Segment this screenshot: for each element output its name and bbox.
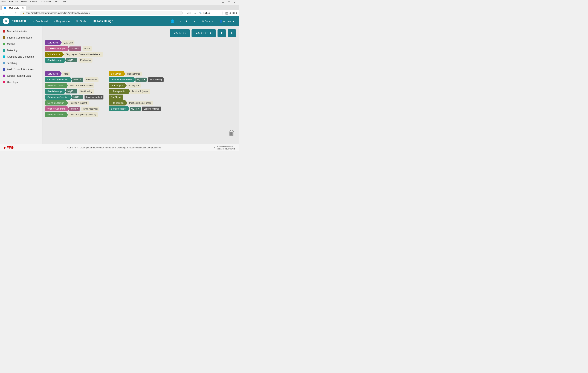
trash-icon[interactable]: 🗑 — [228, 129, 235, 137]
sidebar-label-user-input: User Input — [7, 81, 19, 84]
bookmark-button[interactable]: ☆ — [194, 11, 196, 15]
nav-task-design[interactable]: ⊞ Task Design — [92, 19, 115, 24]
voiceoutput-value-qbo: Okay, a glas of water will be delivered — [64, 52, 103, 57]
main-layout: Device Initialization Internal Communica… — [0, 26, 239, 144]
download-manager-icon[interactable]: ⬇ — [229, 11, 231, 15]
zoom-indicator: 150% — [184, 12, 192, 14]
sendmessage-mqtt-chasi[interactable]: MQTT — [66, 89, 77, 93]
sidebar-item-internal-communication[interactable]: Internal Communication — [0, 34, 42, 41]
nav-firma[interactable]: ⊞ Firma ▼ — [200, 19, 215, 23]
new-tab-button[interactable]: + — [27, 6, 32, 10]
movetolocation-2-connector-chasi — [66, 101, 68, 105]
block-setdevice-qbo: SetDevice Q.bo One — [45, 40, 236, 45]
close-button[interactable]: ✕ — [232, 0, 237, 4]
nav-account[interactable]: 👤 Account ▼ — [218, 19, 236, 23]
sendmessage-mqtt-dropdown-qbo[interactable]: MQTT — [66, 58, 77, 62]
block-group-franka: SetDevice Franka Panda OnMessageReceive … — [109, 71, 163, 118]
tab-close-button[interactable]: ✕ — [22, 7, 24, 9]
browser-right-icons: ◫ ⬇ ⊞ ≡ — [225, 11, 237, 15]
sidebar-color-teaching — [3, 62, 5, 64]
forward-button[interactable]: → — [8, 11, 13, 15]
task-design-icon: ⊞ — [93, 20, 96, 23]
sidebar-color-internal-comm — [3, 36, 5, 39]
app-logo: R ROBXTASK — [3, 18, 26, 24]
opcua-button[interactable]: </> OPCUA — [191, 29, 216, 37]
pocket-icon[interactable]: ◫ — [225, 11, 228, 15]
onmessagereceive2-mqtt-chasi[interactable]: MQTT — [72, 95, 83, 99]
onmessagereceive-mqtt-chasi[interactable]: MQTT — [72, 78, 83, 82]
help-button[interactable]: ? — [192, 19, 197, 24]
voiceoutput-label-qbo: VoiceOutput — [45, 52, 62, 57]
apple-juice-value: Apple juice — [127, 83, 141, 88]
sidebar-label-basic-control: Basic Control Structures — [7, 68, 34, 71]
sidebar-label-detecting: Detecting — [7, 49, 18, 52]
putobject-label-franka: PutObject — [109, 95, 123, 100]
menu-lesezeichen[interactable]: Lesezeichen — [40, 0, 51, 4]
sendmessage-connector-chasi — [64, 89, 66, 94]
block-waitforuserinput-qbo: WaitForUserInput speech Water — [45, 46, 236, 51]
ffg-logo: ● FFG — [3, 145, 14, 150]
upload-button[interactable]: ⬆ — [218, 29, 226, 37]
menu-datei[interactable]: Datei — [1, 0, 6, 4]
lock-icon: 🔒 — [22, 12, 25, 14]
sidebar-item-device-initialization[interactable]: Device Initialization — [0, 28, 42, 34]
back-button[interactable]: ← — [1, 11, 6, 15]
waitforuserinput-connector-chasi — [67, 106, 69, 111]
movetolocation-2-value-chasi: Position 4 (patient) — [68, 101, 89, 105]
extensions-icon[interactable]: ≡ — [236, 11, 237, 15]
reload-button[interactable]: ↻ — [14, 11, 19, 15]
menu-hilfe[interactable]: Hilfe — [62, 0, 66, 4]
maximize-button[interactable]: ❐ — [227, 0, 232, 4]
logo-icon: R — [3, 18, 9, 24]
address-bar: ← → ↻ 🔒 https://robxtask.salzburgresearc… — [0, 10, 239, 16]
registrieren-label: Registrieren — [56, 20, 70, 23]
sidebar-item-teaching[interactable]: Teaching — [0, 60, 42, 66]
globe-button[interactable]: 🌐 — [169, 19, 176, 24]
sendmessage-connector-qbo — [64, 58, 66, 63]
onmessagereceive2-connector-chasi — [70, 95, 72, 100]
browser-tab[interactable]: R ROBxTASK ✕ — [1, 5, 26, 10]
tab-bar: R ROBxTASK ✕ + — [0, 5, 239, 10]
minimize-button[interactable]: — — [220, 0, 226, 4]
sidebar-label-internal-comm: Internal Communication — [7, 36, 33, 39]
onmessagereceive-mqtt-franka[interactable]: MQTT — [136, 78, 147, 82]
url-bar[interactable]: 🔒 https://robxtask.salzburgresearch.at/r… — [20, 11, 183, 15]
menu-chronik[interactable]: Chronik — [30, 0, 37, 4]
position2-fridge-value: Position 2 (fridge) — [130, 89, 150, 94]
sidebar-item-detecting[interactable]: Detecting — [0, 47, 42, 53]
footer: ● FFG ROBxTASK - Cloud platform for vend… — [0, 144, 239, 151]
nav-dashboard[interactable]: ≡ Dashboard — [32, 19, 49, 23]
download-icon: ⬇ — [231, 31, 233, 35]
setdevice-label-qbo: SetDevice — [45, 40, 60, 45]
nav-suche[interactable]: 🔍 Suche — [75, 19, 89, 23]
search-bar[interactable]: 🔍 Suchen — [198, 11, 222, 15]
menu-bearbeiten[interactable]: Bearbeiten — [9, 0, 18, 4]
sidebar-item-user-input[interactable]: User Input — [0, 79, 42, 85]
menu-extras[interactable]: Extras — [53, 0, 59, 4]
ros-button[interactable]: </> ROS — [170, 29, 190, 37]
info-button[interactable]: ℹ — [185, 19, 189, 24]
speech-dropdown[interactable]: speech — [69, 46, 81, 51]
qr-icon[interactable]: ⊞ — [232, 11, 235, 15]
nav-registrieren[interactable]: ↑ Registrieren — [52, 19, 71, 23]
ffg-dot: ● — [3, 145, 6, 150]
sidebar-item-grabbing[interactable]: Grabbing and Unloading — [0, 53, 42, 60]
sendmessage-connector-franka — [128, 106, 130, 111]
menu-ansicht[interactable]: Ansicht — [21, 0, 27, 4]
sidebar-item-moving[interactable]: Moving — [0, 41, 42, 47]
touch-dropdown-chasi[interactable]: touch — [69, 107, 79, 111]
download-button[interactable]: ⬇ — [228, 29, 236, 37]
block-movetolocation-2-chasi: MoveToLocation Position 4 (patient) — [45, 100, 104, 105]
grabobject-label-franka: GrabObject — [109, 83, 125, 88]
sendmessage-mqtt-franka[interactable]: MQTT — [130, 107, 141, 111]
fromposition-connector-franka — [128, 89, 130, 94]
sendmessage-label-qbo: SendMessage — [45, 58, 64, 63]
movetolocation-1-label-chasi: MoveToLocation — [45, 83, 66, 88]
block-movetolocation-1-chasi: MoveToLocation Position 1 (drink station… — [45, 83, 104, 88]
sidebar-item-basic-control[interactable]: Basic Control Structures — [0, 66, 42, 73]
sidebar-item-getting-setting[interactable]: Getting / Setting Data — [0, 73, 42, 79]
loading-finished-value-chasi: Loading finished — [84, 95, 104, 100]
movetolocation-3-label-chasi: MoveToLocation — [45, 112, 66, 117]
canvas-area[interactable]: </> ROS </> OPCUA ⬆ ⬇ SetDevice — [42, 26, 239, 144]
sidebar-color-grabbing — [3, 55, 5, 58]
